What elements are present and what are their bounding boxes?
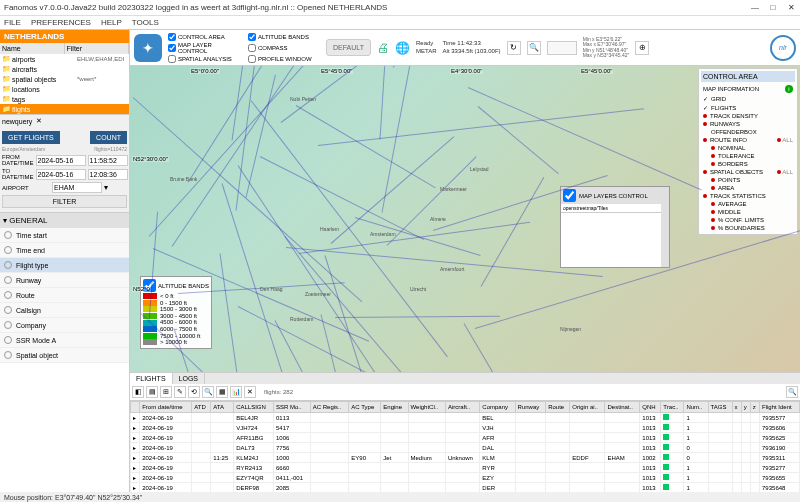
tool-icon[interactable]: ◧ [132,386,144,398]
table-row[interactable]: ▸2024-06-19DERF982085DER101317935648 [131,483,800,493]
table-header[interactable]: Runway [515,402,546,413]
table-header[interactable]: y [741,402,750,413]
from-time-input[interactable] [88,155,128,166]
table-header[interactable]: SSR Mo.. [273,402,310,413]
table-row[interactable]: ▸2024-06-19EZY74QR0411,-001EZY1013179356… [131,473,800,483]
tool-icon[interactable]: ⟲ [188,386,200,398]
table-header[interactable]: ATD [192,402,211,413]
control-item[interactable]: ✓ GRID [701,94,795,103]
control-item[interactable]: MAP INFORMATIONi [701,84,795,94]
tree-item-flights[interactable]: 📁flights [0,104,129,114]
control-item[interactable]: SPATIAL OBJECTS ALL [701,168,795,176]
table-row[interactable]: ▸2024-06-19DAL737756DAL101307936190 [131,443,800,453]
control-item[interactable]: OFFENDERBOX [701,128,795,136]
query-tab[interactable]: newquery [2,118,32,125]
toolbar-check[interactable]: COMPASS [248,42,320,54]
table-header[interactable]: CALLSIGN [234,402,274,413]
table-header[interactable]: WeightCl.. [408,402,445,413]
default-button[interactable]: DEFAULT [326,39,371,56]
control-item[interactable]: ✓ FLIGHTS [701,103,795,112]
general-item[interactable]: Time end [0,243,129,258]
control-item[interactable]: POINTS [701,176,795,184]
general-item[interactable]: Callsign [0,303,129,318]
tool-icon[interactable]: 🔍 [202,386,214,398]
general-item[interactable]: Runway [0,273,129,288]
control-item[interactable]: AVERAGE [701,200,795,208]
toolbar-check[interactable]: CONTROL AREA [168,33,240,41]
table-header[interactable]: QNH [640,402,661,413]
general-item[interactable]: Company [0,318,129,333]
control-item[interactable]: AREA [701,184,795,192]
tool-icon[interactable]: 📊 [230,386,242,398]
general-item[interactable]: SSR Mode A [0,333,129,348]
table-row[interactable]: ▸2024-06-19VJH7245417VJH101317935606 [131,423,800,433]
toolbar-check[interactable]: PROFILE WINDOW [248,55,320,63]
table-header[interactable]: x [732,402,741,413]
airport-input[interactable] [52,182,102,193]
close-query-icon[interactable]: ✕ [36,117,42,125]
search-icon[interactable]: 🔍 [527,41,541,55]
control-item[interactable]: MIDDLE [701,208,795,216]
tree-item-locations[interactable]: 📁locations [0,84,129,94]
tool-icon[interactable]: ✕ [244,386,256,398]
table-header[interactable]: Flight Ident [760,402,800,413]
table-header[interactable]: ATA [211,402,234,413]
globe-icon[interactable]: 🌐 [395,41,410,55]
table-row[interactable]: ▸2024-06-1911:25KLM24J1000EY90JetMediumU… [131,453,800,463]
table-header[interactable]: Trac.. [661,402,684,413]
map-layers-panel[interactable]: MAP LAYERS CONTROL openstreetmap/Tiles [560,186,670,268]
toolbar-check[interactable]: ALTITUDE BANDS [248,33,320,41]
dropdown-icon[interactable]: ▾ [104,183,108,192]
table-header[interactable]: Engine [381,402,408,413]
close-icon[interactable]: ✕ [786,3,796,12]
toolbar-check[interactable]: MAP LAYER CONTROL [168,42,240,54]
tree-item-tags[interactable]: 📁tags [0,94,129,104]
control-item[interactable]: TRACK STATISTICS [701,192,795,200]
to-date-input[interactable] [36,169,86,180]
control-item[interactable]: NOMINAL [701,144,795,152]
table-header[interactable]: Aircraft.. [445,402,479,413]
table-header[interactable]: AC Regis.. [310,402,349,413]
tool-icon[interactable]: ⊞ [160,386,172,398]
from-date-input[interactable] [36,155,86,166]
table-row[interactable]: ▸2024-06-19RYR24136660RYR101317935277 [131,463,800,473]
get-flights-button[interactable]: GET FLIGHTS [2,131,60,144]
tree-item-aircrafts[interactable]: 📁aircrafts [0,64,129,74]
general-item[interactable]: Spatial object [0,348,129,363]
map-canvas[interactable]: CONTROL AREA MAP INFORMATIONi✓ GRID✓ FLI… [130,66,800,372]
control-item[interactable]: TOLERANCE [701,152,795,160]
table-header[interactable]: z [750,402,759,413]
menu-help[interactable]: HELP [101,18,122,27]
toolbar-check[interactable]: SPATIAL ANALYSIS [168,55,240,63]
general-item[interactable]: Time start [0,228,129,243]
bottom-tab[interactable]: FLIGHTS [130,373,173,384]
table-header[interactable]: Origin ai.. [570,402,605,413]
table-header[interactable]: Company [480,402,515,413]
tool-icon[interactable]: ✎ [174,386,186,398]
dataset-tab[interactable]: NETHERLANDS [0,30,129,43]
table-row[interactable]: ▸2024-06-19BEL4JR0113BEL101317935577 [131,413,800,423]
print-icon[interactable]: 🖨 [377,41,389,55]
filter-button[interactable]: FILTER [2,195,127,208]
general-item[interactable]: Flight type [0,258,129,273]
table-row[interactable]: ▸2024-06-19AFR11BG1006AFR101317935625 [131,433,800,443]
tool-icon[interactable]: ▦ [216,386,228,398]
menu-tools[interactable]: TOOLS [132,18,159,27]
count-button[interactable]: COUNT [90,131,127,144]
table-header[interactable]: Num.. [684,402,708,413]
tree-item-airports[interactable]: 📁airportsEHLW,EHAM,EDI [0,54,129,64]
control-item[interactable]: BORDERS [701,160,795,168]
general-item[interactable]: Route [0,288,129,303]
general-section-header[interactable]: ▾ GENERAL [0,212,129,228]
tree-item-spatial-objects[interactable]: 📁spatial objects*weert* [0,74,129,84]
table-header[interactable]: Destinat.. [605,402,640,413]
tool-icon[interactable]: ▤ [146,386,158,398]
bottom-tab[interactable]: LOGS [173,373,205,384]
minimize-icon[interactable]: — [750,3,760,12]
search-icon[interactable]: 🔍 [786,386,798,398]
refresh-icon[interactable]: ↻ [507,41,521,55]
table-header[interactable] [131,402,140,413]
control-item[interactable]: % BOUNDARIES [701,224,795,232]
layers-scrollbar[interactable] [661,201,669,267]
table-header[interactable]: AC Type [349,402,381,413]
